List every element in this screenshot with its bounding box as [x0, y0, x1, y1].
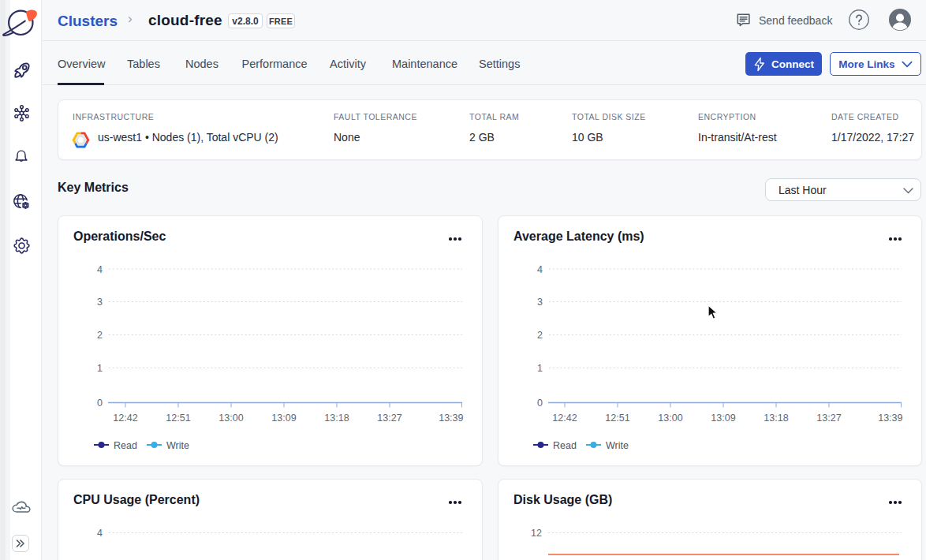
svg-text:Write: Write	[606, 440, 629, 451]
svg-text:1: 1	[97, 363, 103, 374]
svg-text:2: 2	[537, 330, 543, 341]
svg-text:Read: Read	[553, 440, 577, 451]
svg-text:13:18: 13:18	[324, 413, 349, 424]
svg-text:13:09: 13:09	[271, 413, 296, 424]
svg-text:12:51: 12:51	[605, 413, 629, 424]
svg-text:4: 4	[97, 264, 103, 275]
svg-text:4: 4	[97, 528, 103, 539]
svg-text:13:18: 13:18	[764, 413, 788, 424]
svg-text:12:42: 12:42	[552, 413, 577, 424]
svg-text:3: 3	[97, 297, 103, 308]
svg-text:13:27: 13:27	[377, 413, 401, 424]
svg-text:1: 1	[537, 363, 543, 374]
svg-text:0: 0	[97, 398, 103, 409]
svg-text:13:00: 13:00	[658, 413, 682, 424]
svg-text:2: 2	[97, 330, 103, 341]
svg-text:13:39: 13:39	[439, 413, 463, 424]
svg-text:Write: Write	[166, 440, 189, 451]
svg-text:13:09: 13:09	[711, 413, 735, 424]
svg-text:4: 4	[537, 264, 543, 275]
svg-text:12:51: 12:51	[166, 413, 190, 424]
svg-text:0: 0	[537, 398, 543, 409]
svg-text:3: 3	[537, 297, 543, 308]
svg-text:13:39: 13:39	[878, 413, 902, 424]
svg-text:13:00: 13:00	[218, 413, 243, 424]
svg-text:12:42: 12:42	[113, 413, 137, 424]
svg-text:13:27: 13:27	[816, 413, 841, 424]
svg-text:12: 12	[531, 528, 542, 539]
svg-text:Read: Read	[114, 440, 137, 451]
